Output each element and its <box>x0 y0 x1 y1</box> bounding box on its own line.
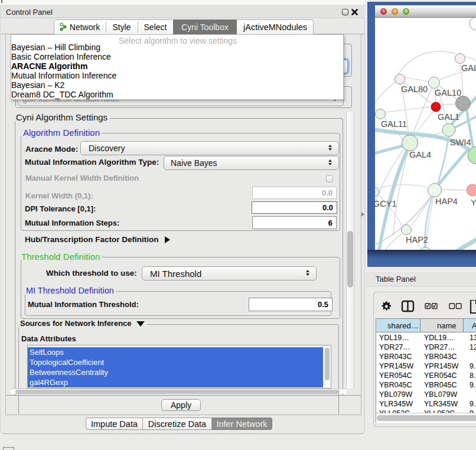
svg-text:Y: Y <box>471 198 476 207</box>
svg-text:GAL4: GAL4 <box>409 150 431 159</box>
svg-text:GAL80: GAL80 <box>401 84 428 94</box>
svg-text:HAP2: HAP2 <box>406 235 428 244</box>
svg-text:GAL1: GAL1 <box>438 112 459 122</box>
svg-text:HAP4: HAP4 <box>435 197 458 206</box>
svg-text:GAL10: GAL10 <box>435 88 461 97</box>
svg-text:SWI4: SWI4 <box>450 138 471 147</box>
svg-text:GAL7: GAL7 <box>461 63 476 73</box>
svg-text:GAL11: GAL11 <box>381 119 407 129</box>
svg-text:GCY1: GCY1 <box>375 199 397 208</box>
